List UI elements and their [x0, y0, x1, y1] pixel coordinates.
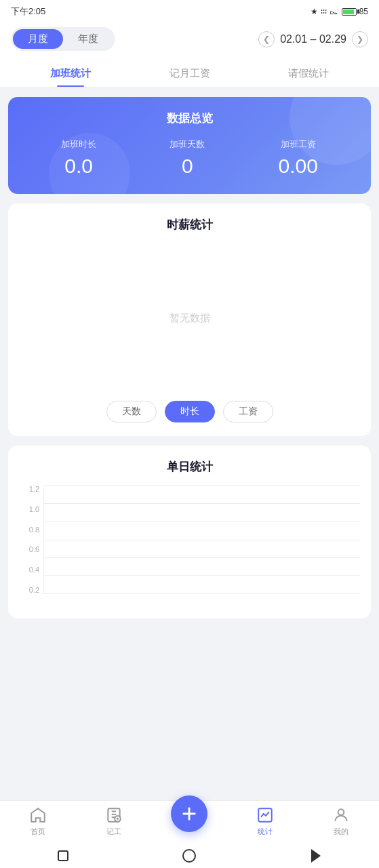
nav-stats-label: 统计 [258, 827, 273, 837]
bluetooth-icon: ★ [311, 7, 318, 16]
period-toggle: 月度 年度 [11, 27, 115, 51]
daily-chart: 1.2 1.0 0.8 0.6 0.4 0.2 [19, 486, 360, 608]
tab-monthly-salary[interactable]: 记月工资 [130, 59, 250, 87]
stat-label-wage: 加班工资 [279, 138, 318, 151]
status-icons: ★ ∶∶∶ ⌳ 85 [311, 7, 368, 16]
wifi-icon: ⌳ [330, 7, 338, 16]
date-range-text: 02.01 – 02.29 [280, 33, 346, 45]
stat-value-hours: 0.0 [61, 155, 96, 178]
daily-stats-title: 单日统计 [19, 459, 360, 475]
y-axis: 1.2 1.0 0.8 0.6 0.4 0.2 [19, 486, 43, 594]
home-icon [29, 806, 47, 824]
y-label-5: 0.4 [29, 566, 39, 574]
stat-overtime-wage: 加班工资 0.00 [279, 138, 318, 178]
stat-value-days: 0 [169, 155, 205, 178]
y-label-4: 0.6 [29, 546, 39, 553]
signal-icon: ∶∶∶ [321, 7, 327, 16]
stat-label-hours: 加班时长 [61, 138, 96, 151]
circle-nav-btn[interactable] [182, 848, 197, 863]
y-label-6: 0.2 [29, 587, 39, 594]
tab-leave[interactable]: 请假统计 [249, 59, 368, 87]
square-nav-btn[interactable] [56, 848, 71, 863]
filter-days-btn[interactable]: 天数 [106, 401, 157, 422]
summary-card: 数据总览 加班时长 0.0 加班天数 0 加班工资 0.00 [8, 97, 371, 194]
hourly-stats-card: 时薪统计 暂无数据 天数 时长 工资 [8, 203, 371, 436]
nav-add[interactable] [152, 809, 228, 835]
y-label-1: 1.2 [29, 486, 39, 493]
summary-stats: 加班时长 0.0 加班天数 0 加班工资 0.00 [24, 138, 355, 178]
filter-wage-btn[interactable]: 工资 [223, 401, 273, 422]
fab-add-btn[interactable] [171, 795, 207, 832]
person-icon [332, 806, 350, 824]
y-label-2: 1.0 [29, 506, 39, 513]
status-time: 下午2:05 [11, 5, 45, 18]
prev-period-btn[interactable]: ❮ [258, 31, 275, 47]
hourly-chart-empty: 暂无数据 [19, 243, 360, 393]
bottom-nav: 首页 记工 统计 [0, 800, 379, 844]
stat-overtime-hours: 加班时长 0.0 [61, 138, 96, 178]
hourly-stats-title: 时薪统计 [19, 217, 360, 233]
yearly-btn[interactable]: 年度 [63, 29, 113, 49]
nav-profile[interactable]: 我的 [303, 806, 379, 837]
stat-label-days: 加班天数 [169, 138, 205, 151]
phone-bottom-bar [0, 844, 379, 868]
status-bar: 下午2:05 ★ ∶∶∶ ⌳ 85 [0, 0, 379, 20]
stats-icon [256, 806, 274, 824]
nav-record-label: 记工 [106, 827, 121, 837]
nav-home-label: 首页 [31, 827, 45, 837]
monthly-btn[interactable]: 月度 [13, 29, 63, 49]
chart-plot [43, 486, 360, 594]
filter-hours-btn[interactable]: 时长 [165, 401, 215, 422]
nav-profile-label: 我的 [334, 827, 348, 837]
summary-title: 数据总览 [24, 111, 355, 126]
svg-point-3 [338, 809, 344, 815]
tabs-bar: 加班统计 记月工资 请假统计 [0, 59, 379, 87]
stat-value-wage: 0.00 [279, 155, 318, 178]
y-label-3: 0.8 [29, 526, 39, 534]
nav-stats[interactable]: 统计 [227, 806, 303, 837]
battery-level: 85 [359, 7, 368, 16]
daily-stats-card: 单日统计 1.2 1.0 0.8 0.6 0.4 0.2 [8, 446, 371, 618]
chart-filters: 天数 时长 工资 [19, 401, 360, 422]
stat-overtime-days: 加班天数 0 [169, 138, 205, 178]
nav-home[interactable]: 首页 [0, 806, 76, 837]
battery-icon [342, 8, 357, 16]
top-nav: 月度 年度 ❮ 02.01 – 02.29 ❯ [0, 20, 379, 59]
record-icon [105, 806, 123, 824]
date-range: ❮ 02.01 – 02.29 ❯ [258, 31, 368, 47]
tab-overtime[interactable]: 加班统计 [11, 59, 130, 87]
back-nav-btn[interactable] [308, 848, 323, 863]
nav-record[interactable]: 记工 [76, 806, 152, 837]
next-period-btn[interactable]: ❯ [352, 31, 368, 47]
